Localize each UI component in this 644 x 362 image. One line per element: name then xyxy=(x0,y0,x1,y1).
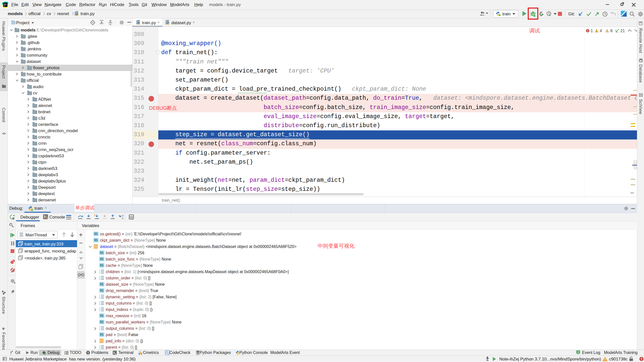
svg-text:3: 3 xyxy=(99,297,100,299)
svg-text:3: 3 xyxy=(99,329,100,331)
svg-text:3: 3 xyxy=(99,310,100,312)
svg-text:PC: PC xyxy=(4,3,7,6)
svg-text:3: 3 xyxy=(99,278,100,280)
svg-text:3: 3 xyxy=(577,351,579,354)
svg-text:3: 3 xyxy=(99,272,100,274)
svg-text:3: 3 xyxy=(99,304,100,305)
svg-text:3: 3 xyxy=(99,348,100,349)
